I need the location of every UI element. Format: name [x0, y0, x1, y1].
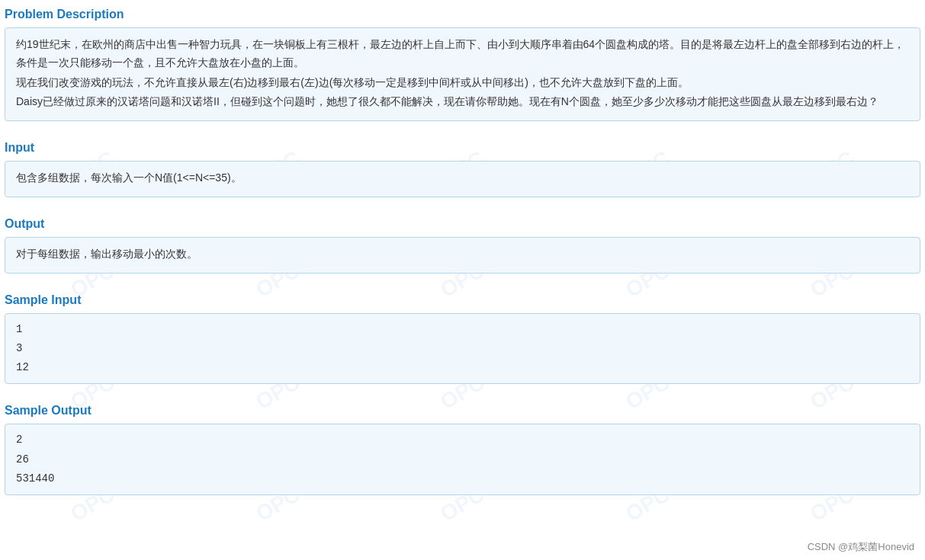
- problem-description-box: 约19世纪末，在欧州的商店中出售一种智力玩具，在一块铜板上有三根杆，最左边的杆上…: [5, 27, 920, 121]
- problem-description-line-2: 现在我们改变游戏的玩法，不允许直接从最左(右)边移到最右(左)边(每次移动一定是…: [16, 74, 909, 92]
- sample-output-box: 2 26 531440: [5, 424, 920, 495]
- problem-description-line-1: 约19世纪末，在欧州的商店中出售一种智力玩具，在一块铜板上有三根杆，最左边的杆上…: [16, 36, 909, 72]
- sample-input-box: 1 3 12: [5, 313, 920, 385]
- problem-description-title: Problem Description: [5, 8, 920, 21]
- csdn-credit: CSDN @鸡梨菌Honevid: [808, 540, 914, 554]
- output-box: 对于每组数据，输出移动最小的次数。: [5, 237, 920, 274]
- input-box: 包含多组数据，每次输入一个N值(1<=N<=35)。: [5, 161, 920, 197]
- input-content: 包含多组数据，每次输入一个N值(1<=N<=35)。: [16, 169, 909, 187]
- sample-input-title: Sample Input: [5, 293, 920, 307]
- sample-output-title: Sample Output: [5, 404, 920, 418]
- output-content: 对于每组数据，输出移动最小的次数。: [16, 245, 909, 264]
- output-title: Output: [5, 217, 920, 231]
- input-title: Input: [5, 141, 920, 155]
- problem-description-line-3: Daisy已经做过原来的汉诺塔问题和汉诺塔II，但碰到这个问题时，她想了很久都不…: [16, 93, 909, 111]
